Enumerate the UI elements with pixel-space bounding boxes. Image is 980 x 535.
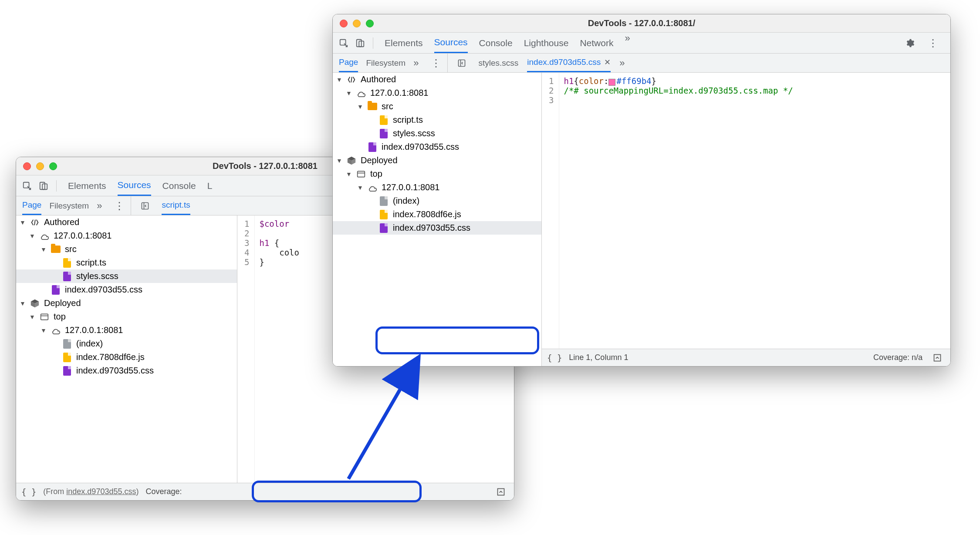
gear-icon[interactable] <box>902 36 918 50</box>
tree-index[interactable]: (index) <box>333 194 541 208</box>
collapse-panel-icon[interactable] <box>454 56 470 70</box>
panel-tabs: Elements Sources Console Lighthouse Netw… <box>378 33 637 53</box>
tree-script-ts[interactable]: script.ts <box>16 256 237 269</box>
tree-authored[interactable]: ▼Authored <box>16 215 237 229</box>
panel-tabs: Elements Sources Console L <box>61 175 219 196</box>
tree-index-css2[interactable]: index.d9703d55.css <box>16 364 237 377</box>
code-area[interactable]: h1{color:#ff69b4} /*# sourceMappingURL=i… <box>559 73 797 349</box>
kebab-menu-icon[interactable]: ⋮ <box>425 57 447 69</box>
file-tab-label: styles.scss <box>478 58 518 68</box>
more-icon[interactable]: » <box>97 200 102 212</box>
open-file-tab[interactable]: script.ts <box>162 196 190 215</box>
subtab-page[interactable]: Page <box>22 196 41 215</box>
more-icon[interactable]: » <box>413 57 419 69</box>
subtab-page[interactable]: Page <box>339 54 358 72</box>
tree-index-css[interactable]: index.d9703d55.css <box>16 283 237 296</box>
tree-deployed[interactable]: ▼Deployed <box>333 154 541 167</box>
sources-subtoolbar: Page Filesystem » ⋮ styles.scss index.d9… <box>333 54 950 73</box>
tree-index-css2[interactable]: index.d9703d55.css <box>333 221 541 235</box>
minimize-icon[interactable] <box>36 162 44 170</box>
tab-console[interactable]: Console <box>162 175 196 196</box>
maximize-icon[interactable] <box>366 20 374 27</box>
tree-host2[interactable]: ▼127.0.0.1:8081 <box>16 323 237 337</box>
tree-src-folder[interactable]: ▼src <box>333 100 541 113</box>
kebab-menu-icon[interactable]: ⋮ <box>922 37 944 49</box>
tree-top[interactable]: ▼top <box>333 167 541 181</box>
tab-elements[interactable]: Elements <box>385 33 423 53</box>
main-toolbar: Elements Sources Console Lighthouse Netw… <box>333 33 950 54</box>
tab-console[interactable]: Console <box>479 33 513 53</box>
close-icon[interactable] <box>23 162 31 170</box>
file-tree[interactable]: ▼Authored ▼127.0.0.1:8081 ▼src script.ts… <box>333 73 542 366</box>
coverage: Coverage: n/a <box>873 353 923 362</box>
subtab-filesystem[interactable]: Filesystem <box>49 196 89 215</box>
format-icon[interactable]: { } <box>21 487 36 497</box>
tree-styles-scss[interactable]: styles.scss <box>16 269 237 283</box>
tab-sources[interactable]: Sources <box>118 175 151 196</box>
tree-index[interactable]: (index) <box>16 337 237 350</box>
status-coverage: Coverage: <box>145 487 182 496</box>
tab-network[interactable]: Network <box>580 33 613 53</box>
tab-sources[interactable]: Sources <box>434 33 468 53</box>
tree-host[interactable]: ▼127.0.0.1:8081 <box>333 86 541 100</box>
more-files-icon[interactable]: » <box>619 57 625 69</box>
close-tab-icon[interactable]: ✕ <box>604 57 611 67</box>
collapse-panel-icon[interactable] <box>137 199 153 213</box>
tree-deployed[interactable]: ▼Deployed <box>16 296 237 310</box>
tab-lighthouse[interactable]: Lighthouse <box>524 33 569 53</box>
svg-rect-15 <box>934 354 941 361</box>
titlebar: DevTools - 127.0.0.1:8081/ <box>333 14 950 33</box>
format-icon[interactable]: { } <box>547 353 562 363</box>
traffic-lights <box>333 20 381 27</box>
window-title: DevTools - 127.0.0.1:8081/ <box>333 18 950 28</box>
color-swatch-icon[interactable] <box>608 79 615 86</box>
file-tree[interactable]: ▼Authored ▼127.0.0.1:8081 ▼src script.ts… <box>16 215 237 483</box>
tree-authored[interactable]: ▼Authored <box>333 73 541 86</box>
tab-more-cut[interactable]: L <box>207 175 213 196</box>
tree-index-css[interactable]: index.d9703d55.css <box>333 140 541 154</box>
inspect-icon[interactable] <box>335 36 352 50</box>
kebab-menu-icon[interactable]: ⋮ <box>108 200 131 212</box>
tree-host2[interactable]: ▼127.0.0.1:8081 <box>333 181 541 194</box>
devtools-window-b[interactable]: DevTools - 127.0.0.1:8081/ Elements Sour… <box>332 14 951 367</box>
cursor-position: Line 1, Column 1 <box>569 353 628 362</box>
gutter: 12345 <box>237 215 255 483</box>
tree-top[interactable]: ▼top <box>16 310 237 323</box>
status-from[interactable]: (From index.d9703d55.css) <box>43 487 139 496</box>
code-area[interactable]: $color h1 { colo } <box>255 215 304 483</box>
tree-index-js[interactable]: index.7808df6e.js <box>333 208 541 221</box>
device-toggle-icon[interactable] <box>35 178 52 193</box>
file-tab-indexcss[interactable]: index.d9703d55.css ✕ <box>527 54 611 72</box>
svg-rect-13 <box>358 171 365 177</box>
close-icon[interactable] <box>340 20 348 27</box>
gutter: 123 <box>542 73 559 349</box>
status-bar-b: { } Line 1, Column 1 Coverage: n/a <box>542 349 950 366</box>
editor-b: 123 h1{color:#ff69b4} /*# sourceMappingU… <box>542 73 950 366</box>
svg-rect-7 <box>498 488 504 495</box>
svg-rect-5 <box>41 314 48 320</box>
device-toggle-icon[interactable] <box>352 36 368 50</box>
expand-icon[interactable] <box>493 485 509 499</box>
tree-src-folder[interactable]: ▼src <box>16 242 237 256</box>
tree-host[interactable]: ▼127.0.0.1:8081 <box>16 229 237 242</box>
tab-elements[interactable]: Elements <box>68 175 106 196</box>
more-tabs-icon[interactable]: » <box>625 33 630 53</box>
expand-icon[interactable] <box>929 351 945 365</box>
file-tab-label: index.d9703d55.css <box>527 57 601 67</box>
open-file-label: script.ts <box>162 200 190 210</box>
file-tab-styles[interactable]: styles.scss <box>478 54 518 72</box>
tree-script-ts[interactable]: script.ts <box>333 113 541 127</box>
inspect-icon[interactable] <box>19 178 35 193</box>
tree-index-js[interactable]: index.7808df6e.js <box>16 350 237 364</box>
subtab-filesystem[interactable]: Filesystem <box>366 54 406 72</box>
maximize-icon[interactable] <box>49 162 57 170</box>
minimize-icon[interactable] <box>353 20 361 27</box>
status-bar: { } (From index.d9703d55.css) Coverage: <box>16 483 514 500</box>
traffic-lights <box>16 162 64 170</box>
tree-styles-scss[interactable]: styles.scss <box>333 127 541 140</box>
